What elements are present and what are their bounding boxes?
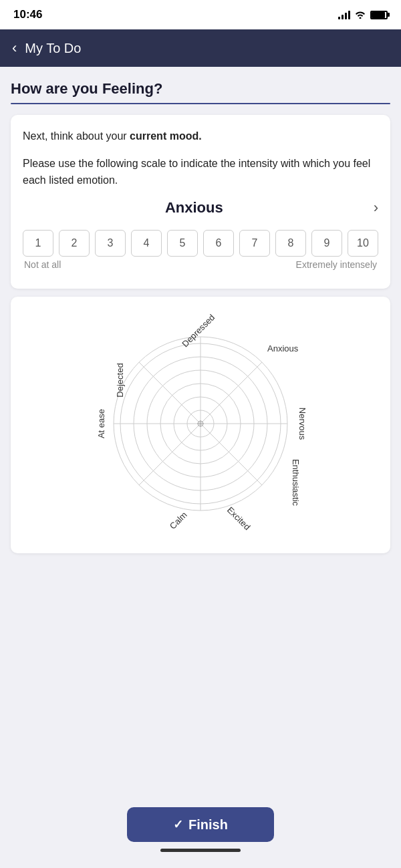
scale-9[interactable]: 9 <box>311 230 342 257</box>
svg-text:At ease: At ease <box>96 409 106 438</box>
radar-section: Depressed Anxious Nervous Enthusiastic E… <box>11 297 390 553</box>
svg-text:Excited: Excited <box>225 505 253 533</box>
scale-7[interactable]: 7 <box>239 230 270 257</box>
card-description-2: Please use the following scale to indica… <box>23 156 378 189</box>
battery-icon <box>370 11 388 19</box>
status-icons <box>338 9 388 21</box>
current-emotion-label: Anxious <box>23 199 366 216</box>
wifi-icon <box>354 9 366 21</box>
svg-line-14 <box>139 362 200 424</box>
svg-text:Dejected: Dejected <box>115 364 125 398</box>
svg-text:Anxious: Anxious <box>267 343 299 353</box>
card-description: Next, think about your current mood. <box>23 128 378 145</box>
finish-button-label: Finish <box>188 817 228 833</box>
card-desc-bold: current mood. <box>130 130 202 142</box>
next-emotion-chevron[interactable]: › <box>374 199 378 216</box>
scale-8[interactable]: 8 <box>275 230 306 257</box>
svg-line-8 <box>200 362 262 424</box>
scale-1[interactable]: 1 <box>23 230 53 257</box>
back-button[interactable]: ‹ <box>12 41 17 55</box>
scale-label-extremely: Extremely intensely <box>296 259 377 270</box>
section-divider <box>11 103 390 104</box>
svg-text:Enthusiastic: Enthusiastic <box>291 459 301 507</box>
svg-text:Calm: Calm <box>168 510 189 531</box>
finish-checkmark-icon: ✓ <box>173 817 183 832</box>
radar-chart: Depressed Anxious Nervous Enthusiastic E… <box>87 310 314 537</box>
status-bar: 10:46 <box>0 0 401 29</box>
nav-header: ‹ My To Do <box>0 29 401 67</box>
finish-button[interactable]: ✓ Finish <box>127 807 274 842</box>
nav-title: My To Do <box>25 41 81 56</box>
scale-label-not-at-all: Not at all <box>24 259 61 270</box>
bottom-bar: ✓ Finish <box>0 798 401 868</box>
status-time: 10:46 <box>13 8 42 21</box>
scale-wrapper: 1 2 3 4 5 6 7 8 9 10 Not at all Extremel… <box>23 230 378 270</box>
instruction-card: Next, think about your current mood. Ple… <box>11 115 390 289</box>
svg-line-10 <box>200 424 262 485</box>
section-title: How are you Feeling? <box>11 80 390 98</box>
scale-5[interactable]: 5 <box>167 230 198 257</box>
bottom-spacer <box>11 561 390 628</box>
scale-4[interactable]: 4 <box>131 230 162 257</box>
scale-6[interactable]: 6 <box>203 230 234 257</box>
scale-numbers: 1 2 3 4 5 6 7 8 9 10 <box>23 230 378 257</box>
home-indicator <box>160 849 241 852</box>
svg-line-12 <box>139 424 200 485</box>
signal-icon <box>338 10 350 19</box>
svg-text:Nervous: Nervous <box>297 408 307 440</box>
card-desc-text1: Next, think about your <box>23 130 130 142</box>
page-content: How are you Feeling? Next, think about y… <box>0 67 401 628</box>
scale-2[interactable]: 2 <box>59 230 90 257</box>
scale-3[interactable]: 3 <box>95 230 126 257</box>
scale-labels: Not at all Extremely intensely <box>23 259 378 270</box>
scale-10[interactable]: 10 <box>348 230 378 257</box>
emotion-row: Anxious › <box>23 199 378 216</box>
